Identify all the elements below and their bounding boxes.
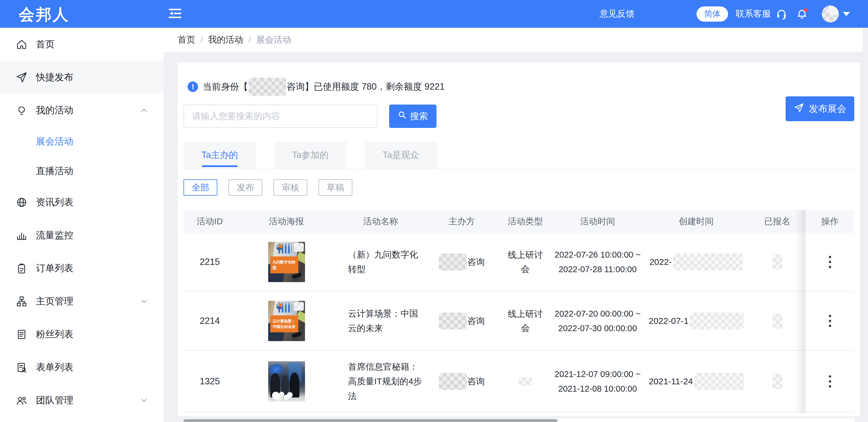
event-poster-image[interactable]: 九问数字化转型 bbox=[268, 242, 305, 282]
row-actions-kebab-icon[interactable] bbox=[826, 253, 834, 271]
page-vertical-scrollbar[interactable] bbox=[863, 28, 868, 422]
tab-ta-joined[interactable]: Ta参加的 bbox=[274, 141, 346, 169]
sidebar-item-traffic-monitor[interactable]: 流量监控 bbox=[0, 219, 164, 252]
activity-name-cell: 云计算场景：中国云的未来 bbox=[337, 292, 425, 350]
column-header-actions: 操作 bbox=[806, 210, 854, 233]
actions-cell bbox=[806, 233, 854, 291]
home-icon bbox=[16, 38, 28, 51]
sidebar-subitem-exhibition-activities[interactable]: 展会活动 bbox=[0, 127, 164, 156]
bar-chart-icon bbox=[16, 229, 28, 241]
sidebar-item-team-management[interactable]: 团队管理 bbox=[0, 384, 164, 417]
organizer-cell: 咨询 bbox=[425, 292, 499, 350]
activity-type-cell bbox=[499, 351, 552, 412]
breadcrumb-my-activities[interactable]: 我的活动 bbox=[208, 34, 243, 46]
signup-count-cell bbox=[749, 233, 806, 291]
sidebar-item-home[interactable]: 首页 bbox=[0, 28, 164, 61]
created-time-cell: 2022-07-1 bbox=[644, 292, 749, 350]
event-poster-image[interactable]: 云计算场景： 中国云的未来 bbox=[268, 301, 305, 341]
quota-text-suffix: 咨询】已使用额度 780，剩余额度 9221 bbox=[287, 80, 445, 93]
sidebar-item-label: 粉丝列表 bbox=[36, 328, 73, 341]
sidebar-item-my-activities[interactable]: 我的活动 bbox=[0, 94, 164, 127]
activity-id: 2214 bbox=[184, 292, 236, 350]
breadcrumb-home[interactable]: 首页 bbox=[178, 34, 195, 46]
filter-published[interactable]: 发布 bbox=[228, 179, 262, 196]
sidebar-item-label: 表单列表 bbox=[36, 361, 73, 374]
tabs-bar: Ta主办的 Ta参加的 Ta是观众 bbox=[184, 141, 854, 169]
quota-info-bar: ! 当前身份【 咨询】已使用额度 780，剩余额度 9221 bbox=[184, 78, 854, 96]
sidebar-item-quick-publish[interactable]: 快捷发布 bbox=[0, 61, 164, 94]
activity-type: 线上研讨会 bbox=[506, 248, 545, 276]
column-header-type: 活动类型 bbox=[499, 210, 552, 233]
team-icon bbox=[16, 394, 28, 407]
signup-masked-block bbox=[772, 254, 782, 269]
filter-all[interactable]: 全部 bbox=[184, 179, 217, 196]
actions-cell bbox=[806, 292, 854, 350]
organizer-visible-text: 咨询 bbox=[467, 315, 485, 327]
signup-count-cell bbox=[749, 292, 806, 350]
activity-id: 2215 bbox=[184, 233, 236, 291]
sidebar-item-news-list[interactable]: 资讯列表 bbox=[0, 186, 164, 219]
filter-label: 草稿 bbox=[327, 182, 344, 194]
tab-label: Ta主办的 bbox=[201, 149, 238, 161]
breadcrumb-current-page: 展会活动 bbox=[256, 34, 291, 46]
created-time-cell: 2022- bbox=[644, 233, 749, 291]
signup-masked-block bbox=[772, 313, 782, 329]
column-header-activity-id: 活动ID bbox=[184, 210, 236, 233]
paper-plane-icon bbox=[794, 102, 804, 116]
feedback-link[interactable]: 意见反馈 bbox=[599, 8, 634, 20]
sidebar-collapse-button[interactable] bbox=[168, 8, 182, 21]
time-end: 2022-07-30 00:00:00 bbox=[558, 324, 637, 333]
poster-cell: 九问数字化转型 bbox=[236, 233, 337, 291]
column-header-name: 活动名称 bbox=[337, 210, 425, 233]
created-visible-text: 2022-07-1 bbox=[649, 316, 689, 326]
sidebar-subitem-live-activities[interactable]: 直播活动 bbox=[0, 156, 164, 186]
horizontal-scrollbar-thumb[interactable] bbox=[184, 419, 557, 422]
sidebar-item-order-list[interactable]: 订单列表 bbox=[0, 252, 164, 285]
row-actions-kebab-icon[interactable] bbox=[826, 312, 834, 330]
sidebar-item-fans-list[interactable]: 粉丝列表 bbox=[0, 318, 164, 351]
topbar-right-group: 意见反馈 简体 联系客服 bbox=[599, 0, 850, 28]
event-poster-image[interactable] bbox=[268, 361, 305, 401]
filter-draft[interactable]: 草稿 bbox=[318, 179, 352, 196]
avatar-pixelated bbox=[822, 5, 839, 23]
breadcrumb-separator: / bbox=[200, 35, 203, 45]
tab-ta-audience[interactable]: Ta是观众 bbox=[365, 141, 437, 169]
sidebar-item-form-list[interactable]: 表单列表 bbox=[0, 351, 164, 384]
main-content-area: 首页 / 我的活动 / 展会活动 ! 当前身份【 咨询】已使用额度 780，剩余… bbox=[164, 28, 868, 422]
table-row: 1325 首席信息官秘籍：高质量IT规划的4步法 咨询 bbox=[184, 351, 854, 413]
breadcrumb-separator: / bbox=[248, 35, 251, 45]
organizer-masked-block bbox=[439, 373, 467, 390]
column-header-time: 活动时间 bbox=[552, 210, 644, 233]
contact-support-link[interactable]: 联系客服 bbox=[736, 8, 771, 20]
created-masked-block bbox=[694, 373, 744, 390]
language-toggle[interactable]: 简体 bbox=[696, 6, 728, 22]
app-logo: 会邦人 bbox=[19, 4, 69, 25]
search-button[interactable]: 搜索 bbox=[389, 104, 436, 128]
content-card: ! 当前身份【 咨询】已使用额度 780，剩余额度 9221 搜索 bbox=[178, 63, 860, 416]
activity-time-cell: 2021-12-07 09:00:00 ~ 2021-12-08 10:00:0… bbox=[552, 351, 644, 412]
account-dropdown-caret-icon[interactable] bbox=[843, 12, 850, 16]
notification-bell-icon[interactable] bbox=[796, 8, 808, 21]
search-input[interactable] bbox=[184, 104, 377, 128]
filter-label: 发布 bbox=[237, 182, 254, 194]
lightbulb-icon bbox=[16, 104, 28, 117]
tab-ta-hosted[interactable]: Ta主办的 bbox=[184, 141, 256, 169]
filter-review[interactable]: 审核 bbox=[274, 179, 307, 196]
row-actions-kebab-icon[interactable] bbox=[826, 372, 834, 390]
activity-id: 1325 bbox=[184, 351, 236, 412]
time-end: 2021-12-08 10:00:00 bbox=[558, 384, 637, 393]
tab-label: Ta是观众 bbox=[382, 149, 419, 161]
user-avatar[interactable] bbox=[822, 5, 839, 23]
organizer-masked-block bbox=[439, 254, 467, 270]
created-masked-block bbox=[673, 254, 743, 270]
sidebar-item-homepage-management[interactable]: 主页管理 bbox=[0, 285, 164, 318]
publish-exhibition-button[interactable]: 发布展会 bbox=[785, 96, 854, 121]
headset-icon[interactable] bbox=[775, 8, 788, 21]
identity-masked-block bbox=[249, 78, 286, 96]
search-row: 搜索 bbox=[184, 104, 854, 128]
table-horizontal-scrollbar[interactable] bbox=[184, 418, 854, 422]
menu-fold-icon bbox=[168, 15, 182, 20]
activity-name: 云计算场景：中国云的未来 bbox=[348, 306, 425, 335]
time-end: 2022-07-28 11:00:00 bbox=[559, 265, 637, 274]
organizer-masked-block bbox=[439, 313, 467, 329]
